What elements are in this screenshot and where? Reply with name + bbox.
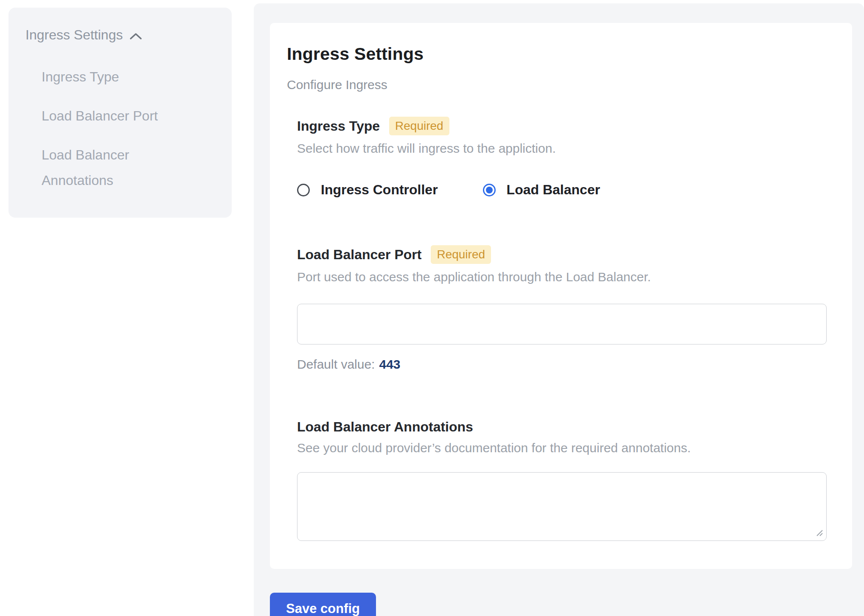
section-title: Load Balancer Annotations — [297, 419, 473, 435]
sidebar-section-label: Ingress Settings — [25, 27, 123, 43]
section-load-balancer-port-head: Load Balancer Port Required — [297, 245, 835, 264]
section-description: Select how traffic will ingress to the a… — [297, 141, 835, 156]
radio-icon — [297, 184, 310, 196]
default-value: 443 — [379, 357, 400, 371]
ingress-settings-card: Ingress Settings Configure Ingress Ingre… — [270, 23, 852, 569]
sidebar-item-ingress-type[interactable]: Ingress Type — [42, 64, 182, 90]
section-title: Load Balancer Port — [297, 247, 421, 263]
section-ingress-type-head: Ingress Type Required — [297, 117, 835, 135]
required-badge: Required — [431, 245, 491, 264]
sidebar-items: Ingress Type Load Balancer Port Load Bal… — [42, 64, 215, 193]
required-badge: Required — [389, 117, 449, 135]
radio-icon — [483, 184, 496, 196]
radio-label: Ingress Controller — [321, 182, 438, 198]
resize-handle-icon[interactable] — [814, 527, 824, 537]
main-panel: Ingress Settings Configure Ingress Ingre… — [254, 3, 864, 616]
section-load-balancer-annotations: Load Balancer Annotations See your cloud… — [297, 419, 835, 541]
section-load-balancer-annotations-head: Load Balancer Annotations — [297, 419, 835, 435]
section-description: See your cloud provider’s documentation … — [297, 441, 835, 455]
settings-sidebar: Ingress Settings Ingress Type Load Balan… — [8, 8, 232, 218]
default-value-line: Default value:443 — [297, 357, 835, 372]
sidebar-item-load-balancer-annotations[interactable]: Load Balancer Annotations — [42, 142, 182, 193]
annotations-textarea-wrap — [297, 472, 827, 541]
page-title: Ingress Settings — [287, 44, 835, 64]
sidebar-item-load-balancer-port[interactable]: Load Balancer Port — [42, 103, 182, 129]
sidebar-section-toggle[interactable]: Ingress Settings — [25, 27, 215, 43]
chevron-up-icon — [129, 32, 142, 40]
section-ingress-type: Ingress Type Required Select how traffic… — [297, 117, 835, 198]
radio-label: Load Balancer — [507, 182, 600, 198]
default-value-label: Default value: — [297, 357, 375, 371]
section-load-balancer-port: Load Balancer Port Required Port used to… — [297, 245, 835, 372]
section-description: Port used to access the application thro… — [297, 270, 835, 284]
load-balancer-port-input[interactable] — [297, 304, 827, 344]
radio-option-ingress-controller[interactable]: Ingress Controller — [297, 182, 438, 198]
radio-option-load-balancer[interactable]: Load Balancer — [483, 182, 600, 198]
save-config-button[interactable]: Save config — [270, 593, 376, 616]
page-subtitle: Configure Ingress — [287, 78, 835, 92]
load-balancer-annotations-textarea[interactable] — [297, 472, 827, 541]
ingress-type-radio-group: Ingress Controller Load Balancer — [297, 182, 835, 198]
section-title: Ingress Type — [297, 118, 380, 134]
